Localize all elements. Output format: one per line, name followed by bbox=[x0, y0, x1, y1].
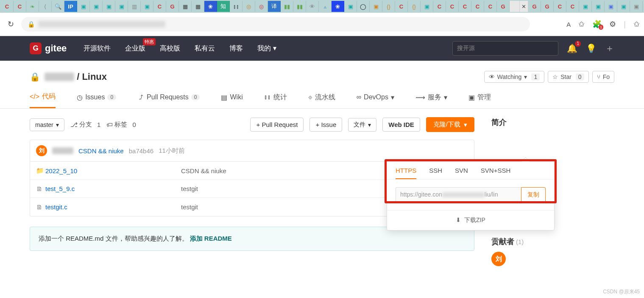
file-name[interactable]: 2022_5_10 bbox=[45, 167, 181, 174]
nav-open-source[interactable]: 开源软件 bbox=[84, 44, 111, 53]
browser-tab[interactable]: ◎ bbox=[243, 1, 255, 12]
browser-tab[interactable]: ▣ bbox=[579, 1, 592, 12]
browser-tab[interactable]: 👁 bbox=[306, 1, 319, 12]
nav-enterprise[interactable]: 企业版 特惠 bbox=[125, 44, 145, 53]
browser-tab[interactable]: ▮▮ bbox=[293, 1, 306, 12]
browser-tab[interactable]: ❧ bbox=[26, 1, 39, 12]
browser-tab[interactable]: ▣ bbox=[115, 1, 128, 12]
collections-icon[interactable]: ✩ bbox=[633, 20, 640, 29]
clone-tab-ssh[interactable]: SSH bbox=[429, 167, 442, 179]
browser-tab[interactable]: {} bbox=[408, 1, 421, 12]
tab-admin[interactable]: ▣管理 bbox=[468, 92, 491, 108]
star-button[interactable]: ☆ Star0 bbox=[548, 71, 588, 83]
clone-url-input[interactable]: https://gitee.conliu/lin bbox=[396, 187, 521, 202]
browser-tab[interactable]: IP bbox=[64, 1, 77, 12]
author-blurred[interactable] bbox=[52, 147, 73, 154]
notifications-icon[interactable]: 🔔1 bbox=[567, 43, 577, 53]
contributor-avatar[interactable]: 刘 bbox=[491, 252, 506, 266]
fork-button[interactable]: ⑂ Fo bbox=[592, 71, 614, 83]
web-ide-button[interactable]: Web IDE bbox=[382, 118, 420, 132]
browser-tab[interactable]: ▣ bbox=[421, 1, 433, 12]
browser-tab[interactable]: 知 bbox=[217, 1, 230, 12]
files-select[interactable]: 文件▾ bbox=[348, 118, 376, 132]
browser-tab[interactable]: ▣ bbox=[630, 1, 643, 12]
url-input[interactable]: 🔒 bbox=[21, 17, 530, 31]
repo-name[interactable]: Linux bbox=[82, 71, 107, 82]
clone-tab-svnssh[interactable]: SVN+SSH bbox=[481, 167, 510, 179]
browser-tab[interactable]: C bbox=[471, 1, 484, 12]
browser-tab[interactable]: C bbox=[484, 1, 497, 12]
tab-code[interactable]: </>代码 bbox=[30, 92, 56, 108]
commit-message[interactable]: CSDN && niuke bbox=[78, 147, 124, 155]
settings-icon[interactable]: ⚙ bbox=[609, 20, 616, 29]
new-pr-button[interactable]: + Pull Request bbox=[250, 118, 304, 132]
commit-hash[interactable]: ba74b46 bbox=[129, 147, 153, 155]
browser-tab[interactable]: ◎ bbox=[255, 1, 268, 12]
browser-tab[interactable]: ▣ bbox=[141, 1, 153, 12]
browser-tab[interactable]: G bbox=[497, 1, 510, 12]
browser-tab[interactable]: ▣ bbox=[103, 1, 115, 12]
tab-close-icon[interactable]: ✕ bbox=[520, 1, 528, 12]
copy-button[interactable]: 复制 bbox=[521, 187, 546, 202]
reader-mode-icon[interactable]: A bbox=[566, 21, 571, 28]
tab-wiki[interactable]: ▤Wiki bbox=[221, 92, 243, 108]
browser-tab[interactable]: C bbox=[395, 1, 408, 12]
logo[interactable]: G gitee bbox=[30, 42, 67, 54]
favorites-icon[interactable]: ✩ bbox=[578, 20, 585, 29]
browser-tab[interactable]: ❀ bbox=[204, 1, 217, 12]
file-name[interactable]: testgit.c bbox=[45, 203, 181, 211]
browser-tab[interactable]: C bbox=[1, 1, 14, 12]
file-name[interactable]: test_5_9.c bbox=[45, 185, 181, 192]
browser-tab[interactable]: ⟨ bbox=[39, 1, 52, 12]
tab-service[interactable]: ⟿服务 ▾ bbox=[415, 92, 447, 108]
browser-tab[interactable]: ⫿⫿ bbox=[230, 1, 243, 12]
tags-link[interactable]: 🏷标签 0 bbox=[106, 121, 136, 129]
new-issue-button[interactable]: + Issue bbox=[309, 118, 342, 132]
browser-tab[interactable]: ▣ bbox=[344, 1, 357, 12]
browser-tab[interactable]: C bbox=[14, 1, 26, 12]
nav-private-cloud[interactable]: 私有云 bbox=[195, 44, 215, 53]
browser-tab[interactable]: G bbox=[541, 1, 554, 12]
clone-download-button[interactable]: 克隆/下载▾ bbox=[426, 117, 474, 132]
browser-tab[interactable]: ⟁ bbox=[319, 1, 332, 12]
browser-tab[interactable]: C bbox=[446, 1, 459, 12]
browser-tab[interactable]: ▦ bbox=[179, 1, 192, 12]
add-readme-link[interactable]: 添加 README bbox=[190, 235, 232, 242]
browser-tab[interactable]: ▣ bbox=[605, 1, 617, 12]
tab-devops[interactable]: ∞DevOps ▾ bbox=[357, 92, 394, 108]
browser-tab[interactable]: 译 bbox=[268, 1, 281, 12]
extension-icon[interactable]: 🧩1 bbox=[592, 20, 602, 29]
branches-link[interactable]: ⎇分支 1 bbox=[70, 121, 101, 129]
browser-tab[interactable]: 🔍 bbox=[52, 1, 64, 12]
browser-tab[interactable]: ▣ bbox=[592, 1, 605, 12]
clone-tab-svn[interactable]: SVN bbox=[455, 167, 468, 179]
plus-icon[interactable]: ＋ bbox=[605, 42, 614, 55]
tab-pipeline[interactable]: ⟐流水线 bbox=[308, 92, 335, 108]
watch-button[interactable]: 👁 Watching ▾1 bbox=[484, 71, 545, 83]
browser-tab[interactable]: G bbox=[528, 1, 541, 12]
browser-tab[interactable]: C bbox=[153, 1, 166, 12]
browser-tab[interactable]: ▣ bbox=[617, 1, 630, 12]
search-input[interactable]: 搜开源 bbox=[452, 41, 558, 56]
avatar[interactable]: 刘 bbox=[36, 145, 47, 156]
browser-tab[interactable]: ▮▮ bbox=[281, 1, 293, 12]
download-zip-link[interactable]: ⬇ 下载ZIP bbox=[387, 210, 554, 230]
tab-issues[interactable]: ◷Issues0 bbox=[77, 92, 116, 108]
refresh-icon[interactable]: ↻ bbox=[4, 20, 17, 29]
browser-tab[interactable]: ▣ bbox=[90, 1, 103, 12]
browser-tab[interactable]: C bbox=[554, 1, 566, 12]
tab-stats[interactable]: ⫾⫾统计 bbox=[264, 92, 287, 108]
browser-tab[interactable]: C bbox=[459, 1, 471, 12]
browser-tab[interactable]: ◯ bbox=[357, 1, 370, 12]
browser-tab-active[interactable] bbox=[510, 1, 520, 12]
browser-tab[interactable]: C bbox=[433, 1, 446, 12]
branch-select[interactable]: master▾ bbox=[30, 118, 64, 131]
nav-mine[interactable]: 我的 ▾ bbox=[257, 44, 276, 53]
browser-tab[interactable]: {} bbox=[382, 1, 395, 12]
nav-blog[interactable]: 博客 bbox=[229, 44, 243, 53]
browser-tab[interactable]: ▣ bbox=[77, 1, 90, 12]
browser-tab[interactable]: ❀ bbox=[332, 1, 344, 12]
bulb-icon[interactable]: 💡 bbox=[586, 43, 597, 53]
repo-owner-blurred[interactable] bbox=[45, 73, 74, 81]
browser-tab[interactable]: ▥ bbox=[128, 1, 141, 12]
